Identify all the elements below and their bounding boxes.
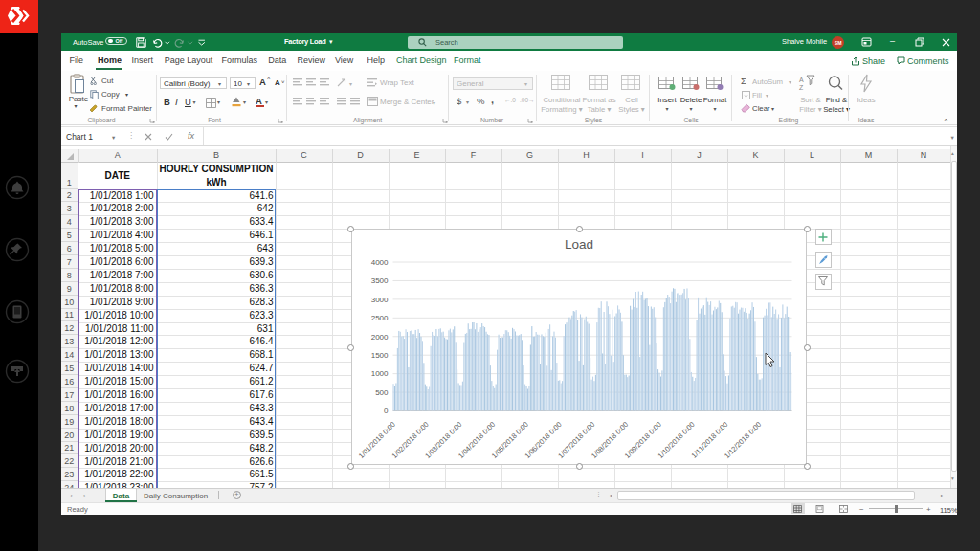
svg-text:1500: 1500 xyxy=(370,351,388,360)
svg-text:500: 500 xyxy=(375,388,389,397)
svg-text:2000: 2000 xyxy=(370,333,388,342)
svg-text:3000: 3000 xyxy=(370,296,388,304)
svg-text:2500: 2500 xyxy=(370,314,388,322)
svg-text:0: 0 xyxy=(384,407,389,415)
svg-text:Z: Z xyxy=(799,84,804,91)
svg-text:1000: 1000 xyxy=(370,369,388,378)
svg-text:4000: 4000 xyxy=(370,258,388,267)
svg-text:3500: 3500 xyxy=(370,276,388,285)
svg-text:A: A xyxy=(799,77,804,83)
svg-text:Load: Load xyxy=(564,237,592,252)
